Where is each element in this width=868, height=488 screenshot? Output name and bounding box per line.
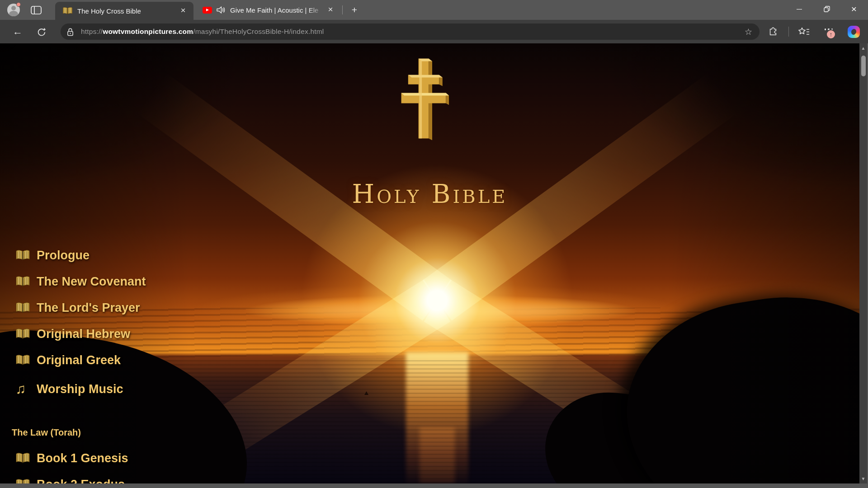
back-button[interactable]: ← <box>9 20 26 43</box>
open-book-icon <box>15 275 30 288</box>
menu-item-book2-exodus[interactable]: Book 2 Exodus <box>15 477 146 483</box>
open-book-icon <box>15 354 30 366</box>
navigation-bar: ← https://wowtvmotionpictures.com/masyhi… <box>0 20 868 43</box>
menu-item-prologue[interactable]: Prologue <box>15 248 146 263</box>
menu-item-label: Original Greek <box>37 353 121 367</box>
browser-window: The Holy Cross Bible × Give Me Faith | A… <box>0 0 868 488</box>
menu-item-original-hebrew[interactable]: Original Hebrew <box>15 326 146 342</box>
menu-item-label: Worship Music <box>37 382 123 396</box>
url-path: /masyhi/TheHolyCrossBible-H/index.html <box>193 28 324 35</box>
boat-silhouette <box>364 391 368 395</box>
tab-title: Give Me Faith | Acoustic | Ele <box>230 6 326 14</box>
scroll-up-icon[interactable]: ▲ <box>859 46 867 51</box>
restore-icon <box>824 6 830 12</box>
golden-cross-image <box>397 56 450 142</box>
rock-silhouette-center <box>539 386 691 483</box>
vertical-scrollbar[interactable]: ▲ ▼ <box>859 43 867 483</box>
lock-icon[interactable] <box>67 28 74 36</box>
page-title: Holy Bible <box>0 179 859 209</box>
profile-notification-dot <box>16 2 21 7</box>
tab-give-me-faith[interactable]: Give Me Faith | Acoustic | Ele × <box>197 0 339 20</box>
menu-item-label: The Lord's Prayer <box>37 301 140 315</box>
menu-item-book1-genesis[interactable]: Book 1 Genesis <box>15 450 146 466</box>
open-book-icon <box>15 328 30 340</box>
tab-holy-cross-bible[interactable]: The Holy Cross Bible × <box>55 2 193 20</box>
toolbar-divider <box>788 27 789 37</box>
main-menu: Prologue The New Covenant The Lord's Pra… <box>15 248 146 483</box>
tab-divider <box>342 5 343 14</box>
menu-item-worship-music[interactable]: ♫ Worship Music <box>15 381 146 397</box>
menu-item-label: The New Covenant <box>37 275 146 289</box>
favorites-star-icon <box>798 27 810 37</box>
close-tab-icon[interactable]: × <box>178 6 188 16</box>
copilot-icon <box>848 26 860 38</box>
menu-item-label: Book 1 Genesis <box>37 451 128 465</box>
favorites-button[interactable] <box>795 20 813 43</box>
open-book-icon <box>15 249 30 262</box>
new-tab-button[interactable]: + <box>348 4 361 16</box>
close-tab-icon[interactable]: × <box>326 5 335 15</box>
sun-ray <box>132 279 450 483</box>
minimize-button[interactable] <box>789 0 810 18</box>
address-bar[interactable]: https://wowtvmotionpictures.com/masyhi/T… <box>61 23 760 40</box>
music-note-icon: ♫ <box>15 383 30 395</box>
tab-actions-icon[interactable] <box>31 6 42 14</box>
refresh-icon <box>37 28 46 36</box>
url-domain: wowtvmotionpictures.com <box>103 28 193 35</box>
scroll-down-icon[interactable]: ▼ <box>859 476 867 481</box>
restore-button[interactable] <box>816 0 837 18</box>
section-heading-torah: The Law (Torah) <box>12 427 146 438</box>
sun-reflection-lower <box>420 427 455 483</box>
bookmark-star-icon[interactable]: ☆ <box>745 27 752 37</box>
update-badge-icon[interactable]: ↑ <box>826 29 836 39</box>
url-text[interactable]: https://wowtvmotionpictures.com/masyhi/T… <box>81 28 745 36</box>
open-book-icon <box>15 452 30 465</box>
open-book-icon <box>15 478 30 483</box>
menu-item-new-covenant[interactable]: The New Covenant <box>15 274 146 289</box>
title-bar: The Holy Cross Bible × Give Me Faith | A… <box>0 0 868 20</box>
menu-item-lords-prayer[interactable]: The Lord's Prayer <box>15 300 146 315</box>
copilot-button[interactable] <box>844 20 863 43</box>
open-book-icon <box>15 301 30 314</box>
rock-silhouette-right <box>612 277 859 483</box>
menu-item-original-greek[interactable]: Original Greek <box>15 352 146 368</box>
menu-item-label: Book 2 Exodus <box>37 478 125 484</box>
window-bottom-border <box>0 483 868 488</box>
puzzle-icon <box>768 27 778 37</box>
open-book-icon <box>62 7 73 15</box>
youtube-icon <box>203 7 212 14</box>
sun-ray <box>424 279 742 483</box>
page-viewport: Holy Bible Prologue The New Covenant The… <box>0 43 859 483</box>
menu-item-label: Prologue <box>37 249 90 263</box>
speaker-icon[interactable] <box>216 6 226 14</box>
scrollbar-thumb[interactable] <box>861 56 866 76</box>
menu-item-label: Original Hebrew <box>37 327 130 341</box>
url-scheme: https:// <box>81 28 103 35</box>
close-window-button[interactable]: × <box>844 0 864 18</box>
extensions-button[interactable] <box>765 20 781 43</box>
refresh-button[interactable] <box>33 20 50 43</box>
tab-title: The Holy Cross Bible <box>77 7 178 15</box>
sun-reflection <box>406 352 468 483</box>
minimize-icon <box>797 9 802 9</box>
